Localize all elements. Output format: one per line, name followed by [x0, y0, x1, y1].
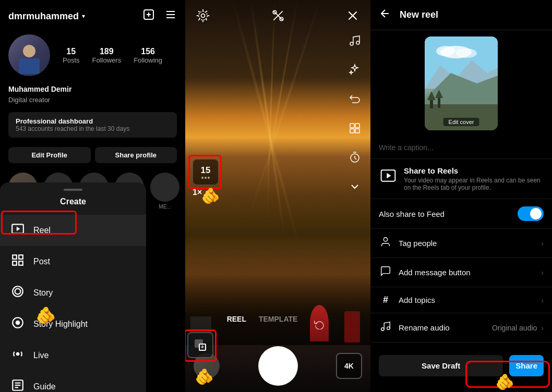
undo-icon[interactable] — [345, 90, 364, 108]
username-area[interactable]: dmrmuhammed ▾ — [8, 11, 85, 22]
svg-point-53 — [387, 327, 390, 330]
create-sheet-title: Create — [0, 197, 146, 206]
create-post-item[interactable]: Post — [0, 246, 146, 277]
edit-profile-button[interactable]: Edit Profile — [8, 147, 91, 163]
quality-badge[interactable]: 4K — [336, 353, 362, 379]
reels-text-area: Share to Reels Your video may appear in … — [404, 166, 544, 191]
camera-right-icons — [345, 31, 364, 196]
svg-point-22 — [199, 11, 207, 20]
svg-marker-50 — [387, 173, 391, 179]
speed-label[interactable]: 1× — [193, 188, 202, 197]
story-label: Story — [33, 288, 53, 298]
music-camera-icon[interactable] — [345, 31, 364, 50]
post-icon — [10, 253, 25, 270]
svg-point-16 — [16, 352, 20, 356]
audio-chevron: › — [541, 324, 544, 332]
svg-point-51 — [383, 238, 387, 241]
timer-badge[interactable]: 15 — [193, 159, 219, 185]
add-topics-row[interactable]: # Add topics › — [370, 287, 552, 313]
chevron-down-icon: ▾ — [82, 13, 85, 20]
timer-side-icon[interactable] — [345, 148, 364, 167]
rename-audio-right: Original audio › — [492, 324, 544, 332]
hamburger-icon[interactable] — [164, 8, 177, 24]
create-story-highlight-item[interactable]: Story Highlight — [0, 309, 146, 340]
layout-icon[interactable] — [345, 119, 364, 138]
new-reel-title: New reel — [400, 9, 544, 20]
tag-people-row[interactable]: Tag people › — [370, 229, 552, 258]
action-buttons: Edit Profile Share profile — [0, 142, 185, 168]
share-button[interactable]: Share — [509, 355, 544, 376]
topics-label: Add topics — [399, 296, 435, 304]
add-message-row[interactable]: Add message button › — [370, 258, 552, 287]
posts-count: 15 — [63, 47, 80, 56]
bio: Digital creator — [0, 95, 185, 108]
gallery-thumb-icon: + — [195, 339, 206, 351]
story-label-4: ME... — [159, 204, 171, 210]
following-label: Following — [134, 56, 162, 64]
reel-header: New reel — [370, 0, 552, 30]
close-camera-icon[interactable] — [343, 6, 362, 25]
story-highlight-icon — [10, 316, 25, 333]
post-label: Post — [33, 257, 50, 266]
message-icon — [379, 265, 392, 279]
svg-point-41 — [456, 48, 477, 58]
story-create-icon — [10, 285, 25, 301]
share-button-wrapper: Share — [509, 355, 544, 376]
svg-point-13 — [15, 289, 21, 295]
profile-info: 15 Posts 189 Followers 156 Following — [0, 28, 185, 82]
svg-point-30 — [356, 41, 359, 44]
audio-original-label: Original audio — [492, 324, 537, 332]
cover-preview[interactable]: Edit cover — [425, 36, 498, 130]
create-reel-item[interactable]: Reel — [0, 215, 146, 246]
dashboard-banner[interactable]: Professional dashboard 543 accounts reac… — [8, 112, 177, 138]
message-label: Add message button — [399, 268, 471, 277]
story-item-4[interactable]: ME... — [150, 173, 179, 210]
svg-rect-34 — [355, 129, 359, 133]
edit-cover-label: Edit cover — [443, 118, 479, 126]
camera-top-bar — [185, 0, 370, 31]
svg-rect-11 — [19, 261, 23, 265]
rename-audio-label: Rename audio — [399, 323, 450, 332]
following-stat[interactable]: 156 Following — [134, 47, 162, 64]
create-story-item[interactable]: Story — [0, 277, 146, 309]
feed-toggle[interactable] — [518, 206, 544, 221]
effects-icon[interactable] — [345, 60, 364, 79]
save-draft-button[interactable]: Save Draft — [379, 355, 503, 376]
posts-stat: 15 Posts — [63, 47, 80, 64]
svg-rect-32 — [355, 124, 359, 128]
capture-button[interactable] — [258, 346, 298, 386]
tag-people-chevron: › — [541, 239, 544, 248]
right-panel: New reel — [370, 0, 552, 392]
stats-area: 15 Posts 189 Followers 156 Following — [63, 47, 162, 64]
add-post-icon[interactable] — [142, 8, 155, 24]
tab-template[interactable]: TEMPLATE — [259, 315, 297, 334]
settings-icon[interactable] — [194, 6, 212, 25]
chevron-down-cam-icon[interactable] — [345, 177, 364, 196]
rotate-icon[interactable] — [310, 315, 329, 334]
rename-audio-row[interactable]: Rename audio Original audio › — [370, 313, 552, 342]
svg-rect-31 — [350, 124, 354, 128]
avatar[interactable] — [8, 34, 50, 76]
svg-point-29 — [350, 42, 353, 45]
gallery-add-button[interactable]: + — [187, 332, 213, 358]
display-name: Muhammed Demir — [8, 85, 71, 93]
share-to-reels-subtitle: Your video may appear in Reels and can b… — [404, 177, 544, 191]
caption-area[interactable]: Write a caption... — [370, 137, 552, 159]
svg-point-40 — [436, 46, 455, 56]
story-highlight-label: Story Highlight — [33, 320, 88, 329]
svg-rect-10 — [13, 261, 17, 265]
scissors-icon[interactable] — [269, 6, 287, 25]
dashboard-title: Professional dashboard — [16, 117, 170, 125]
svg-rect-44 — [425, 104, 498, 130]
header-icons — [142, 8, 177, 24]
share-profile-button[interactable]: Share profile — [95, 147, 177, 163]
back-button[interactable] — [379, 7, 391, 22]
left-panel: dmrmuhammed ▾ — [0, 0, 185, 392]
followers-stat[interactable]: 189 Followers — [92, 47, 122, 64]
create-live-item[interactable]: Live — [0, 340, 146, 371]
share-to-reels-title: Share to Reels — [404, 166, 544, 175]
topics-icon: # — [379, 295, 392, 305]
sheet-handle — [64, 189, 82, 191]
tab-reel[interactable]: REEL — [227, 315, 246, 334]
create-guide-item[interactable]: Guide — [0, 371, 146, 392]
